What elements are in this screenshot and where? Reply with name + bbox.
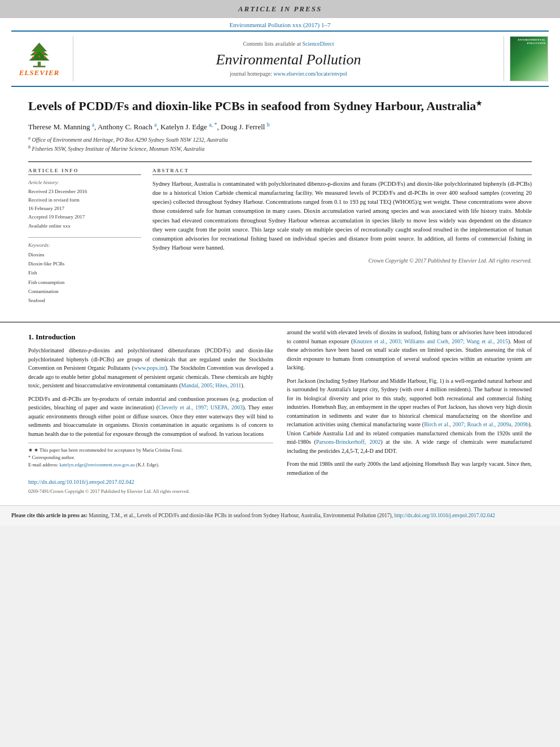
journal-cover-section: ENVIRONMENTALPOLLUTION [504, 36, 549, 81]
elsevier-logo: ELSEVIER [19, 40, 60, 77]
svg-rect-1 [33, 65, 46, 67]
keyword-2: Dioxin-like PCBs [28, 259, 141, 268]
ref-mandal[interactable]: Mandal, 2005; Hites, 2011 [181, 382, 242, 388]
journal-homepage: journal homepage: www.elsevier.com/locat… [85, 71, 492, 77]
right-para-2: Port Jackson (including Sydney Harbour a… [287, 377, 532, 456]
intro-title: Introduction [36, 333, 76, 341]
ref-parsons[interactable]: Parsons-Brinckerhoff, 2002 [316, 439, 380, 445]
keywords-section: Keywords: Dioxins Dioxin-like PCBs Fish … [28, 237, 141, 305]
article-history-section: Article history: Received 23 December 20… [28, 180, 141, 230]
abstract-header: ABSTRACT [152, 168, 532, 175]
doi-copyright: 0269-7491/Crown Copyright © 2017 Publish… [28, 488, 273, 494]
revised-label: Received in revised form [28, 196, 141, 204]
citation-label: Please cite this article in press as: Ma… [11, 513, 395, 518]
body-col-left: 1. Introduction Polychlorinated dibenzo-… [28, 328, 273, 494]
affiliations: a Office of Environment and Heritage, PO… [28, 135, 532, 154]
ref-cleverly[interactable]: Cleverly et al., 1997; USEPA, 2003 [158, 404, 243, 410]
article-dates: Received 23 December 2016 Received in re… [28, 187, 141, 230]
keyword-5: Contamination [28, 287, 141, 296]
abstract-text: Sydney Harbour, Australia is contaminate… [152, 180, 532, 253]
authors-line: Therese M. Manning a, Anthony C. Roach a… [28, 121, 532, 132]
keywords-list: Dioxins Dioxin-like PCBs Fish Fish consu… [28, 250, 141, 305]
article-info-column: ARTICLE INFO Article history: Received 2… [28, 168, 141, 305]
ref-knutzen[interactable]: Knutzen et al., 2003; Williams and Cseh,… [353, 338, 508, 344]
keywords-label: Keywords: [28, 242, 141, 248]
accepted-date: Accepted 19 February 2017 [28, 213, 141, 221]
email-link[interactable]: katelyn.edge@environment.nsw.gov.au [59, 462, 135, 468]
cover-label: ENVIRONMENTALPOLLUTION [518, 38, 545, 45]
footnote-corresponding: * Corresponding author. [28, 454, 273, 461]
elsevier-logo-section: ELSEVIER [11, 36, 73, 81]
homepage-url[interactable]: www.elsevier.com/locate/envpol [273, 71, 347, 77]
intro-para-2: PCDD/Fs and dl-PCBs are by-products of c… [28, 395, 273, 439]
page-wrapper: ARTICLE IN PRESS Environmental Pollution… [0, 0, 560, 526]
online-date: Available online xxx [28, 222, 141, 230]
footnote-star-text: ★ This paper has been recommended for ac… [34, 447, 183, 453]
email-label: E-mail address: [28, 462, 58, 468]
received-date: Received 23 December 2016 [28, 187, 141, 196]
article-in-press-banner: ARTICLE IN PRESS [0, 0, 560, 18]
abstract-copyright: Crown Copyright © 2017 Published by Else… [152, 257, 532, 264]
title-star: ★ [476, 99, 482, 107]
doi-link[interactable]: http://dx.doi.org/10.1016/j.envpol.2017.… [28, 479, 134, 485]
abstract-column: ABSTRACT Sydney Harbour, Australia is co… [152, 168, 532, 305]
homepage-label: journal homepage: [230, 71, 272, 77]
keyword-3: Fish [28, 268, 141, 277]
history-label: Article history: [28, 180, 141, 185]
journal-header: ELSEVIER Contents lists available at Sci… [11, 30, 549, 87]
svg-point-6 [42, 52, 45, 54]
affiliation-b: b Fisheries NSW, Sydney Institute of Mar… [28, 144, 532, 153]
banner-text: ARTICLE IN PRESS [238, 5, 322, 13]
intro-para-1: Polychlorinated dibenzo-p-dioxins and po… [28, 346, 273, 390]
sciencedirect-link[interactable]: ScienceDirect [302, 41, 334, 47]
intro-number: 1. [28, 333, 34, 341]
article-title: Levels of PCDD/Fs and dioxin-like PCBs i… [28, 98, 532, 115]
article-info-header: ARTICLE INFO [28, 168, 141, 175]
journal-link-bar: Environmental Pollution xxx (2017) 1–7 [0, 18, 560, 30]
info-abstract-section: ARTICLE INFO Article history: Received 2… [28, 161, 532, 305]
revised-date: 16 February 2017 [28, 204, 141, 213]
authors-text: Therese M. Manning a, Anthony C. Roach a… [28, 123, 270, 131]
pops-link[interactable]: www.pops.int [134, 365, 165, 371]
body-two-col: 1. Introduction Polychlorinated dibenzo-… [28, 328, 532, 494]
ref-birch[interactable]: Birch et al., 2007; Roach et al., 2009a,… [424, 421, 528, 427]
journal-volume-info: Environmental Pollution xxx (2017) 1–7 [229, 21, 330, 28]
keyword-6: Seafood [28, 296, 141, 305]
journal-cover-image: ENVIRONMENTALPOLLUTION [510, 36, 548, 81]
svg-point-9 [45, 56, 47, 59]
journal-title-section: Contents lists available at ScienceDirec… [73, 36, 504, 81]
svg-point-7 [32, 56, 34, 59]
intro-section-title: 1. Introduction [28, 333, 273, 342]
email-suffix: (K.J. Edge). [136, 462, 159, 468]
citation-doi-link[interactable]: http://dx.doi.org/10.1016/j.envpol.2017.… [395, 513, 495, 518]
main-body: 1. Introduction Polychlorinated dibenzo-… [0, 322, 560, 500]
elsevier-tree-icon [24, 40, 55, 68]
footnotes-section: ★ ★ This paper has been recommended for … [28, 443, 273, 468]
keyword-1: Dioxins [28, 250, 141, 259]
keyword-4: Fish consumption [28, 278, 141, 287]
doi-section: http://dx.doi.org/10.1016/j.envpol.2017.… [28, 473, 273, 494]
right-para-1: around the world with elevated levels of… [287, 328, 532, 372]
svg-point-8 [38, 55, 41, 58]
footnote-email: E-mail address: katelyn.edge@environment… [28, 461, 273, 469]
body-col-right: around the world with elevated levels of… [287, 328, 532, 494]
svg-point-5 [34, 52, 36, 54]
contents-label: Contents lists available at [243, 41, 300, 47]
footnote-star: ★ ★ This paper has been recommended for … [28, 447, 273, 454]
citation-bar: Please cite this article in press as: Ma… [0, 505, 560, 525]
article-content: Levels of PCDD/Fs and dioxin-like PCBs i… [0, 87, 560, 316]
footnote-star-symbol: ★ [28, 447, 34, 453]
elsevier-brand-text: ELSEVIER [19, 68, 60, 77]
right-para-3: From the mid 1980s until the early 2000s… [287, 460, 532, 477]
journal-title: Environmental Pollution [85, 51, 492, 68]
sciencedirect-line: Contents lists available at ScienceDirec… [85, 41, 492, 47]
affiliation-a: a Office of Environment and Heritage, PO… [28, 135, 532, 144]
